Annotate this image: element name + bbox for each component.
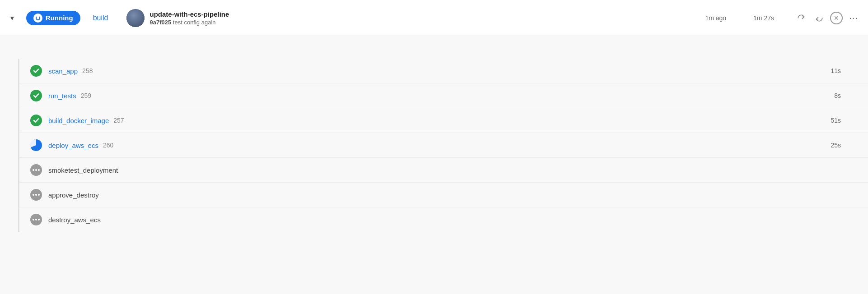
job-duration: 11s — [831, 67, 841, 74]
job-item-run_tests[interactable]: run_tests 259 8s — [19, 83, 868, 108]
cancel-icon: ✕ — [834, 15, 839, 21]
job-name[interactable]: approve_destroy — [48, 191, 99, 199]
job-id: 260 — [103, 142, 113, 149]
running-label: Running — [46, 14, 73, 22]
job-id: 257 — [113, 117, 124, 124]
pending-icon — [30, 214, 42, 225]
toolbar-actions: ✕ ··· — [794, 11, 861, 25]
retry-icon — [797, 14, 806, 23]
job-duration: 8s — [834, 92, 841, 99]
job-name[interactable]: scan_app — [48, 67, 78, 75]
job-name[interactable]: build_docker_image — [48, 117, 109, 124]
success-icon — [30, 65, 42, 77]
pipeline-name: update-with-ecs-pipeline — [150, 10, 229, 18]
more-icon: ··· — [849, 13, 858, 23]
job-duration: 51s — [831, 117, 841, 124]
job-item-destroy_aws_ecs[interactable]: destroy_aws_ecs — [19, 207, 868, 232]
pipeline-info: update-with-ecs-pipeline 9a7f025 test co… — [126, 9, 696, 27]
retry-failed-button[interactable] — [812, 11, 826, 25]
job-item-deploy_aws_ecs[interactable]: deploy_aws_ecs 260 25s — [19, 133, 868, 157]
job-name[interactable]: run_tests — [48, 92, 76, 100]
pipeline-details: update-with-ecs-pipeline 9a7f025 test co… — [150, 10, 229, 26]
commit-message: test config again — [173, 19, 216, 26]
top-bar: ▼ Running build update-with-ecs-pipeline… — [0, 0, 868, 36]
job-name[interactable]: destroy_aws_ecs — [48, 216, 101, 224]
commit-info: 9a7f025 test config again — [150, 19, 229, 26]
job-duration: 25s — [831, 142, 841, 149]
job-item-smoketest_deployment[interactable]: smoketest_deployment — [19, 157, 868, 182]
time-ago: 1m ago — [705, 14, 726, 22]
running-icon — [30, 139, 42, 151]
duration: 1m 27s — [753, 14, 774, 22]
avatar — [126, 9, 145, 27]
success-icon — [30, 90, 42, 101]
jobs-list: scan_app 258 11s run_tests 259 8s build_… — [18, 59, 868, 232]
success-icon — [30, 115, 42, 126]
job-item-scan_app[interactable]: scan_app 258 11s — [19, 59, 868, 83]
job-item-build_docker_image[interactable]: build_docker_image 257 51s — [19, 108, 868, 133]
build-link[interactable]: build — [93, 14, 108, 22]
running-badge[interactable]: Running — [26, 11, 80, 25]
chevron-down-icon[interactable]: ▼ — [7, 13, 17, 23]
job-id: 259 — [81, 92, 91, 99]
retry-failed-icon — [815, 14, 824, 23]
retry-button[interactable] — [794, 11, 808, 25]
job-id: 258 — [82, 67, 93, 74]
more-button[interactable]: ··· — [846, 11, 861, 25]
pending-icon — [30, 164, 42, 176]
content-area: scan_app 258 11s run_tests 259 8s build_… — [0, 36, 868, 232]
running-spinner-icon — [33, 14, 42, 23]
job-name[interactable]: smoketest_deployment — [48, 166, 118, 174]
pending-icon — [30, 189, 42, 201]
cancel-button[interactable]: ✕ — [830, 12, 843, 24]
job-name[interactable]: deploy_aws_ecs — [48, 142, 98, 149]
commit-hash: 9a7f025 — [150, 19, 172, 26]
job-item-approve_destroy[interactable]: approve_destroy — [19, 182, 868, 207]
